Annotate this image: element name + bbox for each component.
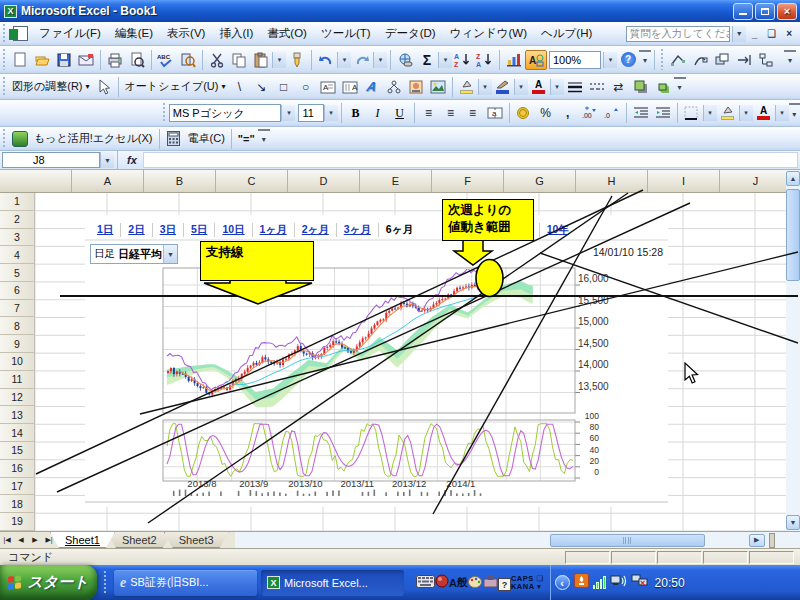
vertical-scrollbar[interactable]: ▲ ▼ xyxy=(786,170,800,531)
sheet-tab[interactable]: Sheet2 xyxy=(107,532,172,548)
period-tab[interactable]: 3ヶ月 xyxy=(336,223,378,237)
price-tick: 16,000 xyxy=(578,273,609,285)
period-tab[interactable]: 6ヶ月 xyxy=(378,223,420,237)
period-tab[interactable]: 3日 xyxy=(152,223,183,237)
taskbar: スタート e SB証券(旧SBI... X Microsoft Excel...… xyxy=(0,565,800,600)
quick-launch-handle[interactable] xyxy=(103,571,108,595)
selector-dropdown-icon[interactable]: ▼ xyxy=(163,245,177,263)
quote-timestamp: 14/01/10 15:28 xyxy=(485,246,663,258)
windows-logo-icon xyxy=(8,575,22,590)
ime-tools-icon[interactable] xyxy=(483,574,498,592)
tray-security-icon[interactable] xyxy=(574,573,589,592)
price-tick: 14,500 xyxy=(578,338,609,350)
status-pane xyxy=(611,551,656,564)
period-tab[interactable]: 2日 xyxy=(120,223,151,237)
price-tick: 14,000 xyxy=(578,359,609,371)
horizontal-scrollbar[interactable]: ▶ xyxy=(235,532,800,548)
screen: X Microsoft Excel - Book1 × ファイル(F)編集(E)… xyxy=(0,0,800,600)
tray-volume-icon[interactable] xyxy=(610,574,627,592)
period-tab[interactable]: 2ヶ月 xyxy=(294,223,336,237)
range-callout-text-1: 次週よりの xyxy=(448,202,528,219)
period-tab[interactable]: 10日 xyxy=(214,223,251,237)
ime-input-mode[interactable]: A xyxy=(449,577,457,589)
status-pane xyxy=(703,551,748,564)
oscillator-tick: 40 xyxy=(577,445,599,455)
stock-chart-object[interactable]: 1日2日3日5日10日1ヶ月2ヶ月3ヶ月6ヶ月3年5年10年 日足 日経平均 ▼… xyxy=(85,215,668,507)
first-sheet-icon[interactable]: |◀ xyxy=(0,533,14,547)
tray-signal-icon[interactable] xyxy=(593,576,606,589)
date-label: 2013/11 xyxy=(331,478,383,489)
ime-help-icon[interactable]: ? xyxy=(498,574,511,592)
status-pane xyxy=(657,551,702,564)
ime-kana-indicator[interactable]: KANA ▾ xyxy=(511,583,544,591)
period-tab[interactable]: 1日 xyxy=(90,223,120,237)
date-label: 2013/12 xyxy=(383,478,435,489)
clock[interactable]: 20:50 xyxy=(655,576,685,590)
oscillator-axis: 100806040200 xyxy=(577,411,599,477)
tray-network-error-icon[interactable]: × xyxy=(631,573,649,592)
scroll-up-icon[interactable]: ▲ xyxy=(786,171,800,186)
range-callout[interactable]: 次週よりの 値動き範囲 xyxy=(442,199,534,241)
scroll-down-icon[interactable]: ▼ xyxy=(786,515,800,530)
period-tab[interactable]: 1ヶ月 xyxy=(252,223,294,237)
support-callout[interactable]: 支持線 xyxy=(200,241,314,281)
oscillator-tick: 80 xyxy=(577,422,599,432)
oscillator-tick: 20 xyxy=(577,456,599,466)
task-button-browser[interactable]: e SB証券(旧SBI... xyxy=(114,570,257,596)
date-label: 2013/8 xyxy=(176,478,228,489)
oscillator-tick: 100 xyxy=(577,411,599,421)
system-tray: ‹ × 20:50 xyxy=(550,565,800,600)
price-tick: 13,500 xyxy=(578,381,609,393)
horizontal-scroll-thumb[interactable] xyxy=(550,534,705,547)
selector-type-label: 日足 xyxy=(94,247,115,261)
status-pane xyxy=(565,551,610,564)
date-label: 2013/9 xyxy=(228,478,280,489)
ime-conversion-mode[interactable]: 般 xyxy=(457,575,468,590)
start-button[interactable]: スタート xyxy=(0,565,97,600)
tab-split-handle[interactable] xyxy=(769,533,775,548)
status-mode: コマンド xyxy=(8,550,53,565)
status-bar: コマンド xyxy=(0,548,800,565)
scroll-right-icon[interactable]: ▶ xyxy=(749,534,765,547)
sheet-tab[interactable]: Sheet1 xyxy=(50,532,115,548)
sheet-tab-bar: |◀ ◀ ▶ ▶| Sheet1Sheet2Sheet3 ▶ xyxy=(0,531,800,548)
next-sheet-icon[interactable]: ▶ xyxy=(28,533,42,547)
vertical-scroll-thumb[interactable] xyxy=(786,189,800,281)
status-pane xyxy=(749,551,794,564)
period-tab[interactable]: 5日 xyxy=(183,223,214,237)
tray-collapse-icon[interactable]: ‹ xyxy=(555,575,570,590)
sheet-tabs: Sheet1Sheet2Sheet3 xyxy=(58,532,229,548)
sheet-tab[interactable]: Sheet3 xyxy=(164,532,229,548)
price-axis: 16,00015,50015,00014,50014,00013,500 xyxy=(578,273,609,393)
task-label: SB証券(旧SBI... xyxy=(130,575,208,590)
ime-keyboard-icon[interactable] xyxy=(416,574,435,592)
index-selector[interactable]: 日足 日経平均 ▼ xyxy=(90,244,178,264)
internet-explorer-icon: e xyxy=(120,575,126,591)
oscillator-tick: 60 xyxy=(577,433,599,443)
ime-pen-icon[interactable] xyxy=(435,574,449,592)
date-axis: 2013/82013/92013/102013/112013/122014/1 xyxy=(176,478,487,489)
period-tab[interactable]: 10年 xyxy=(539,223,576,237)
excel-task-icon: X xyxy=(267,576,280,589)
start-label: スタート xyxy=(27,573,88,592)
ime-palette-icon[interactable] xyxy=(468,574,483,592)
date-label: 2013/10 xyxy=(280,478,332,489)
selector-name-label: 日経平均 xyxy=(118,247,162,262)
range-callout-text-2: 値動き範囲 xyxy=(448,219,528,236)
svg-text:×: × xyxy=(640,578,645,588)
price-tick: 15,000 xyxy=(578,316,609,328)
task-label: Microsoft Excel... xyxy=(284,577,368,589)
date-label: 2014/1 xyxy=(435,478,487,489)
support-callout-text: 支持線 xyxy=(206,245,244,259)
oscillator-tick: 0 xyxy=(577,467,599,477)
task-button-excel[interactable]: X Microsoft Excel... xyxy=(261,570,404,596)
prev-sheet-icon[interactable]: ◀ xyxy=(14,533,28,547)
price-tick: 15,500 xyxy=(578,295,609,307)
